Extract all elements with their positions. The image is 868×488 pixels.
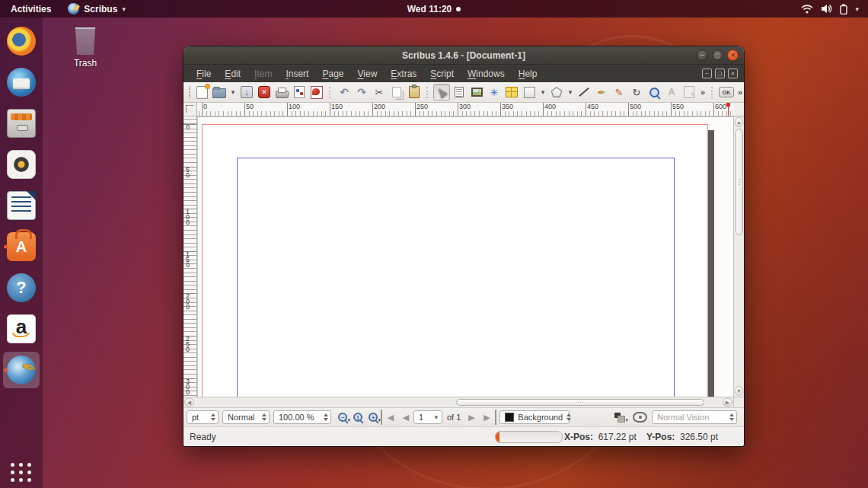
toolbar-drag-handle[interactable] (189, 86, 190, 98)
first-page-button[interactable]: ◀ (381, 410, 398, 425)
menu-windows[interactable]: Windows (461, 66, 512, 81)
vertical-ruler[interactable]: 05 01 0 01 5 02 0 02 5 03 0 0 (183, 116, 197, 397)
insert-bezier-curve-icon[interactable]: ✒ (593, 84, 610, 100)
preview-quality-value: Normal (228, 413, 254, 422)
ruler-origin-button[interactable] (183, 103, 197, 116)
unit-value: pt (192, 413, 199, 422)
scroll-up-button[interactable]: ▲ (735, 117, 743, 127)
pdf-tools-overflow-icon[interactable]: » (736, 84, 745, 100)
menu-file[interactable]: File (190, 66, 218, 81)
layer-indicator-button[interactable]: ▾ (613, 410, 628, 425)
polygon-dropdown-icon[interactable]: ▾ (566, 84, 575, 100)
insert-image-frame-icon[interactable] (468, 84, 485, 100)
horizontal-scrollbar[interactable]: ◀ ▶ (183, 397, 744, 407)
dock-item-libreoffice-writer[interactable] (3, 187, 40, 224)
scroll-right-button[interactable]: ▶ (723, 398, 732, 407)
scroll-down-button[interactable]: ▼ (735, 386, 743, 396)
hruler-tick-label: 450 (587, 103, 598, 110)
undo-icon[interactable]: ↶ (336, 84, 353, 100)
open-icon[interactable] (211, 84, 228, 100)
next-page-button[interactable]: ▶ (464, 410, 479, 425)
menu-view[interactable]: View (351, 66, 385, 81)
maximize-button[interactable] (712, 49, 723, 61)
pdf-push-button-icon[interactable]: OK (718, 84, 735, 100)
open-dropdown-icon[interactable]: ▾ (228, 84, 238, 100)
close-document-icon[interactable] (256, 84, 273, 100)
dock-item-thunderbird[interactable] (3, 64, 40, 100)
preview-quality-select[interactable]: Normal (222, 410, 270, 424)
export-pdf-icon[interactable] (308, 84, 325, 100)
paste-icon[interactable] (406, 84, 423, 100)
help-icon-glyph: ? (3, 270, 40, 306)
insert-line-icon[interactable] (576, 84, 592, 100)
horizontal-ruler[interactable]: 050100150200250300350400450500550600 (197, 103, 733, 116)
activities-button[interactable]: Activities (8, 2, 54, 16)
mdi-restore-button[interactable] (715, 69, 725, 78)
scroll-left-button[interactable]: ◀ (184, 398, 194, 407)
dock-item-firefox[interactable] (3, 23, 40, 59)
insert-render-frame-icon[interactable]: ✳ (486, 84, 503, 100)
hruler-tick-label: 50 (246, 103, 254, 110)
title-bar[interactable]: Scribus 1.4.6 - [Document-1] (183, 46, 744, 65)
new-document-icon[interactable] (193, 84, 210, 100)
page-number-select[interactable]: 1 ▼ (413, 410, 442, 424)
cursor-position-marker (728, 103, 729, 116)
menu-extras[interactable]: Extras (384, 66, 423, 81)
close-button[interactable] (727, 49, 739, 61)
print-icon[interactable] (273, 84, 290, 100)
mdi-close-button[interactable] (728, 69, 738, 78)
show-applications-button[interactable] (11, 463, 32, 482)
toolbar-overflow-icon[interactable]: » (698, 84, 707, 100)
dock-item-scribus[interactable] (3, 352, 40, 388)
spinner-icon (207, 413, 215, 421)
chevron-down-icon: ▼ (429, 414, 439, 421)
cut-icon[interactable]: ✂ (371, 84, 388, 100)
last-page-button[interactable]: ▶ (479, 410, 496, 425)
horizontal-scrollbar-thumb[interactable] (456, 399, 704, 406)
redo-icon[interactable]: ↷ (353, 84, 370, 100)
zoom-level-field[interactable]: 100.00 % (273, 410, 331, 424)
vertical-scrollbar-thumb[interactable] (736, 129, 743, 235)
layer-select[interactable]: Background (499, 410, 570, 424)
zoom-tool-icon[interactable] (646, 84, 662, 100)
trash-shortcut[interactable]: Trash (65, 27, 105, 69)
app-menu-button[interactable]: Scribus ▾ (68, 3, 126, 14)
zoom-100-button[interactable]: 1 (350, 410, 365, 425)
rotate-item-icon[interactable]: ↻ (628, 84, 645, 100)
insert-polygon-icon[interactable] (548, 84, 565, 100)
vruler-tick-label: 5 0 (186, 167, 190, 178)
save-icon[interactable] (238, 84, 255, 100)
zoom-in-button[interactable]: +▾ (365, 410, 381, 425)
document-page[interactable] (202, 124, 708, 397)
insert-table-icon[interactable] (503, 84, 520, 100)
menu-insert[interactable]: Insert (279, 66, 315, 81)
spinner-icon (320, 413, 328, 421)
preflight-verifier-icon[interactable] (291, 84, 308, 100)
dock-item-help[interactable]: ? (3, 270, 40, 306)
vision-mode-select[interactable]: Normal Vision (652, 410, 737, 424)
dock-item-ubuntu-software[interactable]: A (3, 228, 40, 265)
menu-edit[interactable]: Edit (218, 66, 247, 81)
menu-script[interactable]: Script (423, 66, 461, 81)
dock-item-files[interactable] (3, 105, 40, 142)
minimize-button[interactable] (697, 49, 708, 61)
unit-select[interactable]: pt (187, 410, 219, 424)
select-item-tool-icon[interactable] (433, 84, 450, 100)
vertical-scrollbar[interactable]: ▲ ▼ (733, 116, 744, 397)
dock-item-amazon[interactable]: a (3, 311, 40, 347)
insert-shape-icon[interactable] (521, 84, 538, 100)
system-status-area[interactable]: ▾ (801, 4, 868, 14)
zoom-out-button[interactable]: −▾ (335, 410, 350, 425)
clock[interactable]: Wed 11:20 (407, 4, 452, 14)
layer-name-value: Background (518, 413, 563, 422)
shape-dropdown-icon[interactable]: ▾ (538, 84, 547, 100)
previous-page-button[interactable]: ◀ (398, 410, 413, 425)
insert-text-frame-icon[interactable] (451, 84, 468, 100)
document-canvas[interactable] (197, 116, 733, 397)
dock-item-rhythmbox[interactable] (3, 146, 40, 183)
menu-page[interactable]: Page (315, 66, 350, 81)
mdi-minimize-button[interactable] (702, 69, 712, 78)
preview-mode-eye-icon[interactable] (633, 412, 647, 423)
insert-freehand-line-icon[interactable]: ✎ (611, 84, 627, 100)
menu-help[interactable]: Help (512, 66, 544, 81)
